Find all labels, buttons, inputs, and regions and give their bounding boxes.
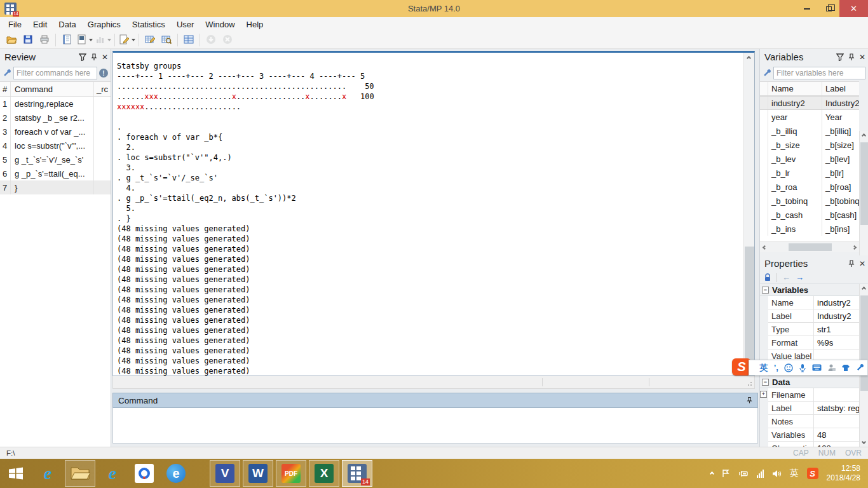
taskbar-visio-button[interactable]: V (210, 460, 240, 487)
variable-row[interactable]: _b_lr_b[lr] (760, 166, 859, 180)
col-header-name[interactable]: Name (768, 82, 822, 95)
scroll-up-icon[interactable] (862, 133, 866, 138)
open-button[interactable] (4, 32, 19, 48)
col-header-num[interactable]: # (0, 82, 11, 96)
data-editor-button[interactable] (142, 32, 158, 48)
pin-icon[interactable] (848, 260, 855, 268)
variable-row[interactable]: _b_lev_b[lev] (760, 152, 859, 166)
taskbar-pdf-button[interactable]: PDF (276, 460, 306, 487)
property-row[interactable]: Variables48 (768, 428, 868, 442)
microphone-icon[interactable] (799, 363, 806, 372)
taskbar-ie-button[interactable]: e (32, 459, 63, 488)
close-panel-icon[interactable]: ✕ (859, 53, 865, 62)
skin-icon[interactable] (841, 364, 850, 372)
collapse-icon[interactable]: − (762, 287, 769, 294)
property-row[interactable]: +Filename (768, 388, 868, 402)
variable-row[interactable]: yearYear (760, 110, 859, 124)
taskbar-ie2-button[interactable]: e (97, 459, 128, 488)
ime-language-toggle[interactable]: 英 (760, 362, 768, 374)
variable-row[interactable]: _b_cash_b[cash] (760, 208, 859, 222)
menu-data[interactable]: Data (53, 18, 81, 31)
review-row[interactable]: 2statsby _b _se r2... (0, 111, 111, 125)
emoji-icon[interactable] (784, 363, 793, 372)
menu-file[interactable]: File (3, 18, 27, 31)
taskbar-word-button[interactable]: W (243, 460, 273, 487)
review-row[interactable]: 6g _p_`s'=ttail(_eq... (0, 166, 111, 180)
close-panel-icon[interactable]: ✕ (859, 259, 865, 268)
start-button[interactable] (1, 459, 31, 488)
scroll-right-icon[interactable] (852, 245, 857, 250)
taskbar-explorer-button[interactable] (65, 460, 95, 487)
variables-horizontal-scrollbar[interactable] (760, 241, 859, 252)
review-row[interactable]: 7} (0, 180, 111, 194)
review-row[interactable]: 3foreach v of var _... (0, 125, 111, 139)
pin-icon[interactable] (848, 53, 855, 61)
speaker-icon[interactable] (772, 470, 782, 478)
scroll-left-icon[interactable] (763, 245, 767, 250)
clock[interactable]: 12:58 2018/4/28 (827, 464, 860, 483)
ime-indicator[interactable]: 英 (790, 468, 799, 479)
col-header-command[interactable]: Command (11, 82, 93, 96)
property-row[interactable]: Nameindustry2 (768, 296, 868, 309)
property-row[interactable]: Format%9s (768, 336, 868, 349)
section-header-variables[interactable]: −Variables (760, 284, 868, 296)
col-header-rc[interactable]: _rc (93, 82, 111, 96)
pin-icon[interactable] (747, 396, 752, 404)
action-center-flag-icon[interactable] (722, 469, 730, 478)
viewer-button[interactable] (76, 32, 93, 48)
data-browser-button[interactable] (159, 32, 174, 48)
col-header-label[interactable]: Label (822, 82, 859, 95)
save-button[interactable] (20, 32, 36, 48)
menu-statistics[interactable]: Statistics (126, 18, 171, 31)
forward-arrow-icon[interactable]: → (796, 273, 804, 281)
review-row[interactable]: 1destring,replace (0, 97, 111, 111)
taskbar-browser-button[interactable]: e (161, 459, 191, 488)
minimize-button[interactable] (796, 0, 818, 17)
menu-help[interactable]: Help (241, 18, 269, 31)
back-arrow-icon[interactable]: ← (782, 273, 790, 281)
taskbar-netdisk-button[interactable] (129, 459, 159, 488)
variables-manager-button[interactable] (181, 32, 196, 48)
dropdown-caret-icon[interactable] (132, 39, 135, 41)
property-row[interactable]: Notes (768, 415, 868, 428)
filter-icon[interactable] (79, 53, 86, 61)
info-icon[interactable]: ! (99, 69, 108, 78)
do-file-editor-button[interactable] (118, 32, 135, 48)
menu-user[interactable]: User (171, 18, 200, 31)
variable-row[interactable]: _b_roa_b[roa] (760, 180, 859, 194)
scroll-up-icon[interactable] (862, 287, 866, 291)
section-header-data[interactable]: −Data (760, 376, 868, 388)
results-vertical-scrollbar[interactable] (743, 53, 754, 376)
dropdown-caret-icon[interactable] (107, 39, 111, 41)
menu-edit[interactable]: Edit (27, 18, 53, 31)
print-button[interactable] (37, 32, 52, 48)
user-account-icon[interactable] (827, 363, 836, 372)
taskbar-stata-button[interactable]: 14 (342, 460, 372, 487)
ime-punctuation-toggle[interactable]: ’, (774, 363, 778, 372)
dropdown-caret-icon[interactable] (89, 39, 93, 41)
log-button[interactable] (59, 32, 74, 48)
power-plug-icon[interactable] (738, 470, 749, 478)
review-row[interactable]: 4loc s=substr("`v'",... (0, 139, 111, 152)
scroll-up-icon[interactable] (747, 56, 751, 60)
close-panel-icon[interactable]: ✕ (102, 53, 108, 62)
variable-row[interactable]: _b_illiq_b[illiq] (760, 124, 859, 138)
keyboard-icon[interactable] (812, 364, 822, 371)
variable-row[interactable]: _b_size_b[size] (760, 138, 859, 152)
menu-window[interactable]: Window (200, 18, 240, 31)
restore-button[interactable] (818, 0, 839, 17)
review-filter-input[interactable] (13, 67, 97, 79)
scroll-down-icon[interactable] (862, 440, 866, 444)
resize-grip[interactable] (746, 380, 752, 386)
variables-filter-input[interactable] (773, 67, 865, 79)
network-signal-icon[interactable] (757, 470, 764, 478)
collapse-icon[interactable]: − (762, 379, 769, 386)
show-hidden-icons[interactable] (710, 471, 714, 475)
menu-graphics[interactable]: Graphics (82, 18, 126, 31)
pin-icon[interactable] (91, 53, 97, 61)
expand-icon[interactable]: + (760, 391, 767, 398)
command-input[interactable] (112, 408, 758, 444)
property-row[interactable]: Labelstatsby: reg (768, 402, 868, 415)
close-button[interactable]: ✕ (839, 0, 868, 17)
property-row[interactable]: Typestr1 (768, 323, 868, 336)
